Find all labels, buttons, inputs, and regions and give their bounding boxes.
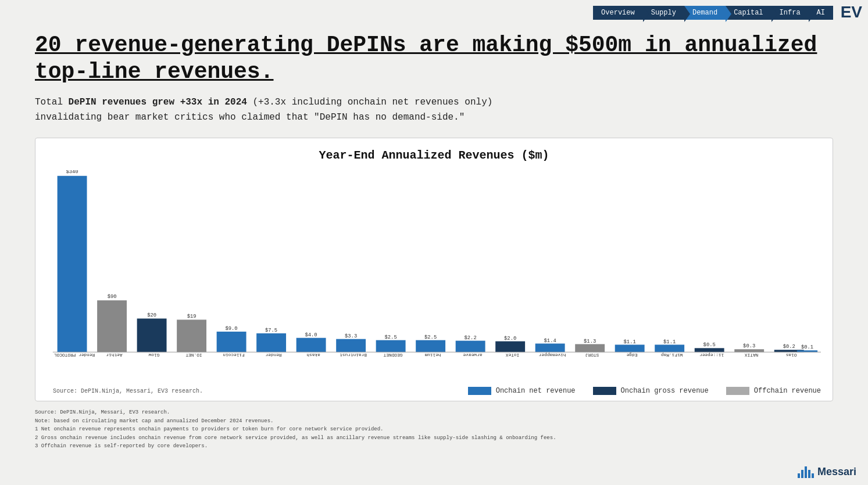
ev-logo: EV	[841, 3, 862, 21]
svg-text:$90: $90	[108, 294, 117, 300]
bar-render-protocol	[58, 176, 87, 352]
svg-text:$3.3: $3.3	[345, 333, 357, 339]
note-2: 2 Gross onchain revenue includes onchain…	[35, 434, 833, 442]
messari-bar-1	[798, 473, 800, 478]
svg-text:$7.5: $7.5	[265, 328, 277, 333]
svg-text:WiFi.Map: WiFi.Map	[661, 353, 683, 358]
subtitle-part1: Total	[35, 97, 69, 107]
nav-capital[interactable]: Capital	[726, 6, 771, 20]
bar-helium	[416, 340, 445, 353]
messari-logo: Messari	[798, 466, 856, 478]
svg-text:helium: helium	[424, 353, 441, 358]
legend-offchain-box	[726, 387, 749, 395]
bar-wifimap	[655, 345, 684, 353]
bar-ionet	[177, 320, 206, 353]
main-content: 20 revenue-generating DePINs are making …	[0, 0, 868, 462]
bar-render	[256, 333, 286, 352]
bar-hivemapper	[535, 344, 565, 353]
note-1: 1 Net onchain revenue represents onchain…	[35, 425, 833, 433]
bar-filecoin	[217, 332, 247, 352]
footer-notes: Source: DePIN.Ninja, Messari, EV3 resear…	[35, 408, 833, 450]
svg-text:$1.3: $1.3	[584, 339, 596, 344]
bar-aethir	[97, 300, 127, 352]
bar-glow	[137, 319, 167, 353]
bar-geodnet	[376, 340, 406, 353]
bar-storj	[575, 344, 605, 353]
svg-text:$4.0: $4.0	[305, 332, 317, 338]
svg-text:Filecoin: Filecoin	[223, 353, 245, 358]
bar-akash	[297, 338, 326, 352]
svg-text:STORJ: STORJ	[585, 353, 599, 358]
svg-text:$0.5: $0.5	[703, 343, 716, 349]
legend-onchain-net-box	[468, 387, 491, 395]
svg-text:$2.5: $2.5	[424, 335, 437, 340]
messari-bar-4	[808, 470, 810, 478]
svg-text:Render: Render	[265, 353, 281, 358]
svg-text:IoTeX: IoTeX	[506, 353, 520, 358]
svg-text:Olas: Olas	[785, 353, 796, 358]
note-3: 3 Offchain revenue is self-reported by c…	[35, 442, 833, 450]
svg-text:akash: akash	[306, 353, 320, 358]
svg-text:li::epeer: li::epeer	[699, 353, 724, 358]
svg-text:$0.2: $0.2	[783, 344, 795, 350]
legend-onchain-gross: Onchain gross revenue	[593, 387, 709, 395]
svg-text:$19: $19	[187, 314, 197, 320]
svg-text:IO.NET: IO.NET	[185, 353, 202, 358]
svg-text:Glow: Glow	[148, 353, 159, 358]
svg-text:$20: $20	[147, 313, 156, 319]
bar-liepeer	[695, 349, 724, 353]
messari-bars-icon	[798, 466, 814, 478]
nav-overview[interactable]: Overview	[593, 6, 643, 20]
legend-offchain: Offchain revenue	[726, 387, 821, 395]
chart-title: Year-End Annualized Revenues ($m)	[47, 149, 821, 162]
source-note: Source: DePIN.Ninja, Messari, EV3 resear…	[35, 408, 833, 416]
bar-edge	[615, 345, 645, 353]
svg-text:GEODNET: GEODNET	[383, 353, 402, 358]
legend-source: Source: DePIN.Ninja, Messari, EV3 resear…	[53, 388, 203, 394]
svg-text:$0.1: $0.1	[801, 345, 813, 351]
svg-text:Braintrust: Braintrust	[340, 353, 367, 358]
svg-text:NATIX: NATIX	[745, 353, 759, 358]
svg-text:$2.5: $2.5	[385, 335, 397, 340]
bar-chart: $340 $90 $20 $19 $9.0 $7.5 $4.0	[47, 170, 821, 383]
messari-bar-3	[805, 466, 807, 478]
bar-braintrust	[336, 339, 366, 353]
subtitle-text: Total DePIN revenues grew +33x in 2024 (…	[35, 95, 833, 125]
svg-text:Render PROTOCOL: Render PROTOCOL	[54, 353, 95, 358]
svg-text:hivemapper: hivemapper	[539, 353, 566, 358]
legend-onchain-net-label: Onchain net revenue	[496, 387, 576, 395]
legend-onchain-net: Onchain net revenue	[468, 387, 576, 395]
chart-container: Year-End Annualized Revenues ($m) $340 $…	[35, 138, 833, 401]
svg-text:$1.4: $1.4	[544, 338, 556, 344]
bar-arweave	[456, 341, 485, 353]
legend-onchain-gross-box	[593, 387, 616, 395]
source-text: Source: DePIN.Ninja, Messari, EV3 resear…	[53, 388, 203, 394]
svg-text:$1.1: $1.1	[663, 339, 676, 345]
messari-bar-5	[812, 473, 814, 478]
legend-onchain-gross-label: Onchain gross revenue	[621, 387, 709, 395]
messari-bar-2	[801, 470, 803, 478]
subtitle-line2: invalidating bear market critics who cla…	[35, 112, 465, 123]
bar-iotex	[495, 342, 525, 353]
messari-label: Messari	[817, 466, 856, 478]
nav-demand[interactable]: Demand	[684, 6, 726, 20]
svg-text:$340: $340	[66, 170, 78, 175]
subtitle-bold: DePIN revenues grew +33x in 2024	[69, 97, 247, 107]
page-headline: 20 revenue-generating DePINs are making …	[35, 32, 833, 85]
svg-text:$2.0: $2.0	[504, 336, 516, 342]
svg-text:$9.0: $9.0	[226, 326, 238, 332]
legend-offchain-label: Offchain revenue	[754, 387, 821, 395]
svg-text:$2.2: $2.2	[465, 335, 477, 341]
svg-text:$0.3: $0.3	[743, 344, 755, 350]
chart-legend: Source: DePIN.Ninja, Messari, EV3 resear…	[47, 387, 821, 395]
note-0: Note: based on circulating market cap an…	[35, 417, 833, 425]
nav-supply[interactable]: Supply	[643, 6, 684, 20]
top-navigation: Overview Supply Demand Capital Infra AI	[593, 6, 833, 20]
svg-text:Aethir: Aethir	[106, 353, 122, 358]
bar-natix	[734, 350, 764, 353]
svg-text:Edge: Edge	[626, 353, 637, 358]
svg-text:$1.1: $1.1	[624, 339, 636, 345]
svg-text:arweave: arweave	[463, 353, 482, 358]
subtitle-part2: (+3.3x including onchain net revenues on…	[247, 97, 492, 107]
chart-svg: $340 $90 $20 $19 $9.0 $7.5 $4.0	[47, 170, 821, 380]
